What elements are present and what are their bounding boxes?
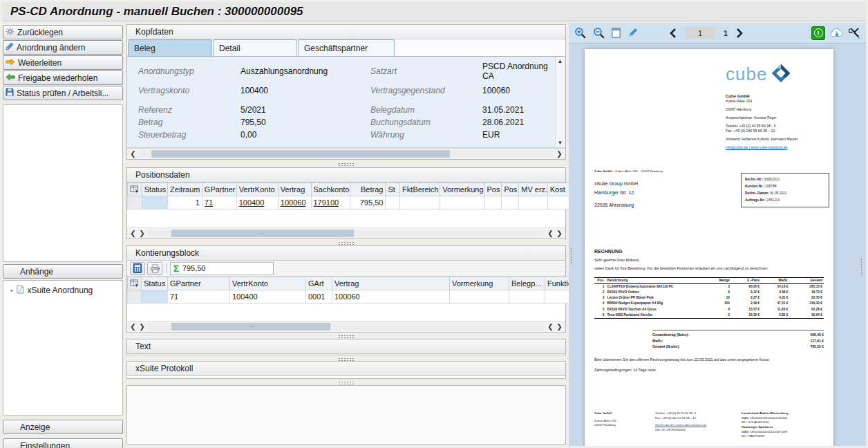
action-button-anordnung-aendern[interactable]: Anordnung ändern — [3, 40, 123, 55]
scroll-left-icon[interactable]: ❮ — [129, 229, 138, 239]
scroll-down-icon[interactable]: ▼ — [558, 140, 563, 146]
zoom-out-icon[interactable] — [593, 27, 605, 39]
scrollbar-thumb[interactable] — [151, 150, 450, 158]
sachkonto-link[interactable]: 179100 — [314, 198, 339, 207]
column-header[interactable]: Vormerkung — [450, 277, 509, 290]
scroll-up-icon[interactable]: ▲ — [558, 58, 563, 64]
attachment-item-xsuite-anordnung[interactable]: • xSuite Anordnung — [3, 281, 122, 296]
scrollbar-thumb[interactable]: ⋯ — [171, 230, 354, 237]
vertrag-link[interactable]: 100060 — [281, 198, 306, 207]
column-header[interactable]: Vormerkung — [440, 183, 484, 196]
column-header[interactable]: Sachkonto — [311, 183, 350, 196]
table-row[interactable]: 71 100400 0001 100060 — [128, 290, 573, 304]
calculator-button[interactable] — [130, 262, 145, 275]
column-header[interactable]: GArt — [306, 277, 332, 290]
column-header[interactable]: Kost — [547, 183, 569, 196]
row-selector[interactable] — [128, 196, 142, 209]
previous-page-icon[interactable] — [670, 28, 677, 38]
action-button-weiterleiten[interactable]: Weiterleiten — [3, 55, 123, 70]
scroll-left-icon[interactable]: ❮ — [129, 149, 138, 159]
protokoll-section-header[interactable]: xSuite Protokoll — [127, 362, 565, 376]
scroll-right-icon[interactable]: ❯ — [138, 229, 147, 239]
column-header[interactable]: Belegp... — [509, 277, 545, 290]
table-row[interactable]: 1 71 100400 100060 179100 795,50 — [128, 196, 569, 209]
action-button-freigabe-wiederholen[interactable]: Freigabe wiederholen — [3, 71, 123, 85]
status-ok-icon[interactable]: ! — [811, 26, 825, 40]
select-all-icon[interactable] — [128, 277, 142, 290]
invoice-item-vat: 4,31 € — [761, 296, 789, 301]
sidebar-section-anzeige[interactable]: Anzeige — [3, 420, 123, 434]
company-links[interactable]: info@cube.de | www.cube-solutions.de — [726, 145, 831, 150]
invoice-item-pos: 2 — [594, 290, 605, 296]
kontierungsblock-header[interactable]: Kontierungsblock — [127, 246, 565, 261]
splitter-handle[interactable] — [860, 258, 863, 276]
positionsdaten-header[interactable]: Positionsdaten — [127, 168, 565, 183]
sigma-icon[interactable]: Σ — [173, 263, 180, 274]
column-header[interactable]: MV erz. — [519, 183, 547, 196]
column-header[interactable]: VertrKonto — [230, 277, 306, 290]
scrollbar-track[interactable] — [139, 150, 554, 158]
column-header[interactable]: FktBereich — [400, 183, 440, 196]
positionsdaten-horizontal-scrollbar[interactable]: ❮ ❯ ⋯ ❮ ❯ — [127, 227, 565, 239]
splitter-handle[interactable] — [125, 161, 567, 167]
scrollbar-track[interactable]: ⋯ — [148, 323, 545, 330]
column-header[interactable]: GPartner — [168, 277, 230, 290]
scroll-right-icon[interactable]: ❯ — [555, 229, 564, 239]
scroll-left-icon[interactable]: ❮ — [546, 229, 555, 239]
footer-links[interactable]: info@cube.de | www.cube-solutions.de — [655, 423, 736, 428]
column-header[interactable]: Pos — [502, 183, 519, 196]
tab-beleg[interactable]: Beleg — [128, 39, 212, 56]
highlighter-icon[interactable] — [627, 27, 639, 39]
action-button-status-pruefen[interactable]: Status prüfen / Arbeitsli... — [3, 86, 123, 100]
column-header[interactable]: Zeitraum — [168, 183, 202, 196]
vertrkonto-link[interactable]: 100400 — [239, 198, 265, 207]
cloud-download-icon[interactable] — [830, 28, 844, 39]
column-header: E.-Preis — [731, 278, 761, 284]
print-button[interactable] — [147, 262, 162, 275]
tab-geschaeftspartner[interactable]: Geschäftspartner — [298, 39, 395, 56]
splitter-handle[interactable] — [125, 333, 567, 339]
column-header[interactable]: Status — [142, 277, 168, 290]
column-header[interactable]: Vertrag — [332, 277, 450, 290]
splitter-handle[interactable] — [125, 380, 567, 385]
tools-icon[interactable] — [849, 27, 860, 39]
kopfdaten-horizontal-scrollbar[interactable]: ❮ ❯ — [127, 148, 565, 159]
column-header[interactable]: Vertrag — [278, 183, 311, 196]
cube-logo: cube — [726, 63, 791, 85]
column-header[interactable]: VertrKonto — [236, 183, 278, 196]
kopfdaten-header[interactable]: Kopfdaten — [127, 25, 565, 39]
action-button-zuruecklegen[interactable]: Zurücklegen — [3, 25, 123, 39]
fit-page-icon[interactable] — [612, 28, 621, 38]
scroll-right-icon[interactable]: ❯ — [555, 322, 564, 332]
scroll-right-icon[interactable]: ❯ — [138, 322, 147, 332]
kopfdaten-vertical-scrollbar[interactable]: ▲▼ — [555, 57, 565, 147]
invoice-item-pos: 4 — [594, 301, 605, 307]
page-number-input[interactable] — [685, 27, 715, 39]
kontierung-horizontal-scrollbar[interactable]: ❮ ❯ ⋯ ❮ ❯ — [127, 321, 565, 332]
column-header[interactable]: Pos — [484, 183, 502, 196]
column-header[interactable]: Status — [142, 183, 167, 196]
scrollbar-thumb[interactable]: ⋯ — [171, 323, 330, 330]
sidebar-section-anhaenge[interactable]: Anhänge — [3, 264, 123, 279]
column-header[interactable]: GPartner — [202, 183, 236, 196]
tab-detail[interactable]: Detail — [213, 39, 297, 56]
select-all-icon[interactable] — [128, 183, 142, 196]
scroll-right-icon[interactable]: ❯ — [555, 149, 564, 159]
splitter-handle[interactable] — [570, 248, 573, 265]
pdf-document-area[interactable]: cube Cube GmbH Kubus-Allee 234 20097 Ham… — [569, 44, 866, 446]
column-header[interactable]: Betrag — [350, 183, 386, 196]
scroll-left-icon[interactable]: ❮ — [129, 322, 138, 332]
gpartner-link[interactable]: 71 — [205, 198, 213, 207]
scrollbar-track[interactable]: ⋯ — [148, 230, 545, 237]
sidebar-section-einstellungen[interactable]: Einstellungen — [3, 438, 123, 448]
cell-gpartner: 71 — [168, 290, 230, 304]
splitter-handle[interactable] — [125, 240, 567, 245]
row-selector[interactable] — [128, 290, 142, 304]
column-header[interactable]: St — [386, 183, 400, 196]
next-page-icon[interactable] — [736, 28, 743, 38]
cell-gart: 0001 — [306, 290, 332, 304]
total-label: Gesamtbetrag (Netto): — [652, 332, 689, 338]
scroll-left-icon[interactable]: ❮ — [546, 322, 555, 332]
zoom-in-icon[interactable] — [574, 27, 587, 39]
text-section-header[interactable]: Text — [127, 339, 565, 354]
